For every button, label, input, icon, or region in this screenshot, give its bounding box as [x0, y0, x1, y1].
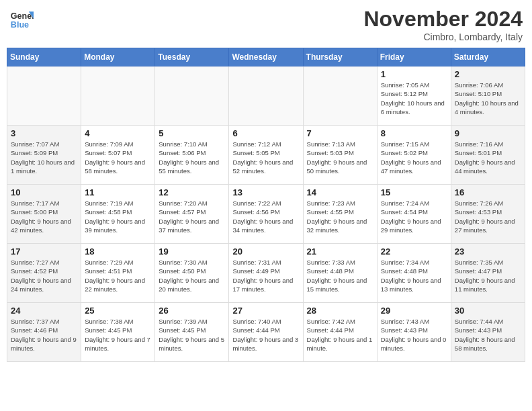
- day-number: 23: [455, 246, 521, 257]
- day-info: Sunrise: 7:26 AM Sunset: 4:53 PM Dayligh…: [455, 199, 521, 234]
- day-info: Sunrise: 7:13 AM Sunset: 5:03 PM Dayligh…: [307, 140, 373, 175]
- day-number: 29: [381, 306, 447, 316]
- header-cell-friday: Friday: [377, 48, 451, 66]
- day-info: Sunrise: 7:05 AM Sunset: 5:12 PM Dayligh…: [381, 81, 447, 116]
- week-row-4: 17Sunrise: 7:27 AM Sunset: 4:52 PM Dayli…: [7, 244, 525, 303]
- day-number: 21: [307, 246, 373, 257]
- calendar-cell: [229, 66, 303, 126]
- day-number: 10: [11, 187, 77, 197]
- day-number: 14: [307, 187, 373, 197]
- day-info: Sunrise: 7:34 AM Sunset: 4:48 PM Dayligh…: [381, 258, 447, 293]
- calendar-cell: 11Sunrise: 7:19 AM Sunset: 4:58 PM Dayli…: [81, 185, 155, 244]
- calendar-cell: 24Sunrise: 7:37 AM Sunset: 4:46 PM Dayli…: [7, 303, 81, 362]
- calendar-cell: 21Sunrise: 7:33 AM Sunset: 4:48 PM Dayli…: [303, 244, 377, 303]
- day-info: Sunrise: 7:33 AM Sunset: 4:48 PM Dayligh…: [307, 258, 373, 293]
- calendar-cell: 4Sunrise: 7:09 AM Sunset: 5:07 PM Daylig…: [81, 126, 155, 185]
- day-number: 27: [232, 306, 299, 316]
- calendar-cell: 12Sunrise: 7:20 AM Sunset: 4:57 PM Dayli…: [155, 185, 229, 244]
- calendar-cell: 18Sunrise: 7:29 AM Sunset: 4:51 PM Dayli…: [81, 244, 155, 303]
- calendar-cell: 8Sunrise: 7:15 AM Sunset: 5:02 PM Daylig…: [377, 126, 451, 185]
- calendar-cell: 1Sunrise: 7:05 AM Sunset: 5:12 PM Daylig…: [377, 66, 451, 126]
- day-info: Sunrise: 7:30 AM Sunset: 4:50 PM Dayligh…: [159, 258, 225, 293]
- calendar-cell: 29Sunrise: 7:43 AM Sunset: 4:43 PM Dayli…: [377, 303, 451, 362]
- day-number: 6: [232, 128, 299, 138]
- day-info: Sunrise: 7:24 AM Sunset: 4:54 PM Dayligh…: [381, 199, 447, 234]
- header-cell-sunday: Sunday: [7, 48, 81, 66]
- calendar-cell: 26Sunrise: 7:39 AM Sunset: 4:45 PM Dayli…: [155, 303, 229, 362]
- header-cell-thursday: Thursday: [303, 48, 377, 66]
- day-number: 2: [455, 69, 521, 79]
- header-cell-monday: Monday: [81, 48, 155, 66]
- calendar-cell: 19Sunrise: 7:30 AM Sunset: 4:50 PM Dayli…: [155, 244, 229, 303]
- day-info: Sunrise: 7:19 AM Sunset: 4:58 PM Dayligh…: [85, 199, 151, 234]
- day-info: Sunrise: 7:22 AM Sunset: 4:56 PM Dayligh…: [232, 199, 299, 234]
- day-info: Sunrise: 7:17 AM Sunset: 5:00 PM Dayligh…: [11, 199, 77, 234]
- calendar-cell: [155, 66, 229, 126]
- day-info: Sunrise: 7:31 AM Sunset: 4:49 PM Dayligh…: [232, 258, 299, 293]
- day-number: 30: [455, 306, 521, 316]
- calendar-cell: 5Sunrise: 7:10 AM Sunset: 5:06 PM Daylig…: [155, 126, 229, 185]
- calendar-cell: 14Sunrise: 7:23 AM Sunset: 4:55 PM Dayli…: [303, 185, 377, 244]
- day-info: Sunrise: 7:42 AM Sunset: 4:44 PM Dayligh…: [307, 317, 373, 353]
- calendar-cell: 13Sunrise: 7:22 AM Sunset: 4:56 PM Dayli…: [229, 185, 303, 244]
- logo-icon: General Blue: [9, 7, 34, 31]
- day-number: 28: [307, 306, 373, 316]
- day-info: Sunrise: 7:06 AM Sunset: 5:10 PM Dayligh…: [455, 81, 521, 116]
- location: Cimbro, Lombardy, Italy: [363, 32, 523, 42]
- calendar-cell: [303, 66, 377, 126]
- calendar-cell: 28Sunrise: 7:42 AM Sunset: 4:44 PM Dayli…: [303, 303, 377, 362]
- calendar-cell: 25Sunrise: 7:38 AM Sunset: 4:45 PM Dayli…: [81, 303, 155, 362]
- header-row: SundayMondayTuesdayWednesdayThursdayFrid…: [7, 48, 525, 66]
- calendar-cell: 9Sunrise: 7:16 AM Sunset: 5:01 PM Daylig…: [451, 126, 525, 185]
- day-number: 19: [159, 246, 225, 257]
- calendar-cell: 15Sunrise: 7:24 AM Sunset: 4:54 PM Dayli…: [377, 185, 451, 244]
- week-row-5: 24Sunrise: 7:37 AM Sunset: 4:46 PM Dayli…: [7, 303, 525, 362]
- day-info: Sunrise: 7:23 AM Sunset: 4:55 PM Dayligh…: [307, 199, 373, 234]
- header-cell-wednesday: Wednesday: [229, 48, 303, 66]
- day-number: 12: [159, 187, 225, 197]
- day-info: Sunrise: 7:44 AM Sunset: 4:43 PM Dayligh…: [455, 317, 521, 353]
- day-number: 9: [455, 128, 521, 138]
- month-title: November 2024: [363, 7, 523, 32]
- day-number: 3: [11, 128, 77, 138]
- week-row-2: 3Sunrise: 7:07 AM Sunset: 5:09 PM Daylig…: [7, 126, 525, 185]
- svg-text:Blue: Blue: [11, 20, 29, 30]
- calendar-cell: [7, 66, 81, 126]
- calendar-cell: 20Sunrise: 7:31 AM Sunset: 4:49 PM Dayli…: [229, 244, 303, 303]
- day-number: 7: [307, 128, 373, 138]
- calendar-cell: [81, 66, 155, 126]
- day-info: Sunrise: 7:09 AM Sunset: 5:07 PM Dayligh…: [85, 140, 151, 175]
- day-info: Sunrise: 7:43 AM Sunset: 4:43 PM Dayligh…: [381, 317, 447, 353]
- day-number: 16: [455, 187, 521, 197]
- calendar-cell: 2Sunrise: 7:06 AM Sunset: 5:10 PM Daylig…: [451, 66, 525, 126]
- day-number: 24: [11, 306, 77, 316]
- day-info: Sunrise: 7:37 AM Sunset: 4:46 PM Dayligh…: [11, 317, 77, 353]
- day-info: Sunrise: 7:16 AM Sunset: 5:01 PM Dayligh…: [455, 140, 521, 175]
- calendar-cell: 16Sunrise: 7:26 AM Sunset: 4:53 PM Dayli…: [451, 185, 525, 244]
- calendar-cell: 27Sunrise: 7:40 AM Sunset: 4:44 PM Dayli…: [229, 303, 303, 362]
- calendar-cell: 3Sunrise: 7:07 AM Sunset: 5:09 PM Daylig…: [7, 126, 81, 185]
- week-row-1: 1Sunrise: 7:05 AM Sunset: 5:12 PM Daylig…: [7, 66, 525, 126]
- calendar-cell: 7Sunrise: 7:13 AM Sunset: 5:03 PM Daylig…: [303, 126, 377, 185]
- day-info: Sunrise: 7:29 AM Sunset: 4:51 PM Dayligh…: [85, 258, 151, 293]
- calendar-cell: 17Sunrise: 7:27 AM Sunset: 4:52 PM Dayli…: [7, 244, 81, 303]
- day-info: Sunrise: 7:35 AM Sunset: 4:47 PM Dayligh…: [455, 258, 521, 293]
- day-number: 26: [159, 306, 225, 316]
- day-number: 15: [381, 187, 447, 197]
- calendar-cell: 22Sunrise: 7:34 AM Sunset: 4:48 PM Dayli…: [377, 244, 451, 303]
- day-info: Sunrise: 7:27 AM Sunset: 4:52 PM Dayligh…: [11, 258, 77, 293]
- day-info: Sunrise: 7:40 AM Sunset: 4:44 PM Dayligh…: [232, 317, 299, 353]
- day-info: Sunrise: 7:07 AM Sunset: 5:09 PM Dayligh…: [11, 140, 77, 175]
- day-number: 11: [85, 187, 151, 197]
- calendar-cell: 30Sunrise: 7:44 AM Sunset: 4:43 PM Dayli…: [451, 303, 525, 362]
- calendar-cell: 6Sunrise: 7:12 AM Sunset: 5:05 PM Daylig…: [229, 126, 303, 185]
- calendar-cell: 23Sunrise: 7:35 AM Sunset: 4:47 PM Dayli…: [451, 244, 525, 303]
- header-cell-saturday: Saturday: [451, 48, 525, 66]
- page-header: General Blue November 2024 Cimbro, Lomba…: [7, 7, 525, 42]
- logo: General Blue: [9, 7, 34, 31]
- day-info: Sunrise: 7:20 AM Sunset: 4:57 PM Dayligh…: [159, 199, 225, 234]
- title-block: November 2024 Cimbro, Lombardy, Italy: [363, 7, 523, 42]
- day-info: Sunrise: 7:15 AM Sunset: 5:02 PM Dayligh…: [381, 140, 447, 175]
- day-number: 13: [232, 187, 299, 197]
- day-info: Sunrise: 7:10 AM Sunset: 5:06 PM Dayligh…: [159, 140, 225, 175]
